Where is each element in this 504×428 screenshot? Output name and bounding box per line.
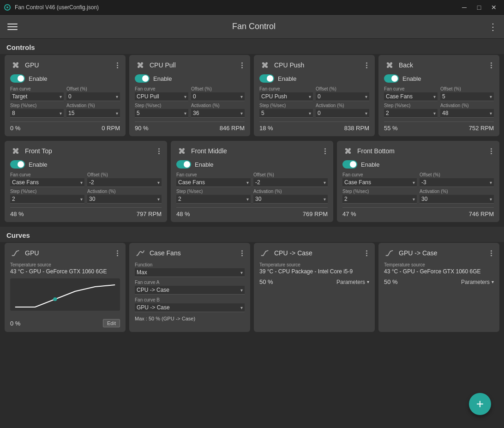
curve-icon xyxy=(384,247,395,259)
card-title: Front Top xyxy=(25,147,52,155)
card-more-dots[interactable] xyxy=(115,61,120,69)
minimize-button[interactable]: ─ xyxy=(458,3,471,12)
rpm-stat: 769 RPM xyxy=(303,211,328,217)
card-more-dots[interactable] xyxy=(240,249,245,257)
card-more-dots[interactable] xyxy=(489,249,494,257)
temp-source-label: Temperature source xyxy=(10,262,120,267)
form-group: Offset (%) 0 ▾ xyxy=(316,86,369,101)
stats-row: 55 % 752 RPM xyxy=(384,121,494,132)
temp-source-value: 43 °C - GPU - GeForce GTX 1060 6GE xyxy=(10,268,120,275)
edit-button[interactable]: Edit xyxy=(103,319,120,327)
curve-chart xyxy=(10,278,120,315)
enable-toggle[interactable] xyxy=(384,74,399,83)
curves-section-header: Curves xyxy=(0,227,504,242)
fan-icon xyxy=(176,145,187,157)
app-icon xyxy=(4,4,11,11)
close-button[interactable]: ✕ xyxy=(487,3,500,12)
enable-toggle[interactable] xyxy=(10,160,25,169)
pct-stat: 18 % xyxy=(259,125,273,132)
curve-card: Case Fans Function Max ▾ Fan curve A CPU… xyxy=(129,243,250,332)
rpm-stat: 752 RPM xyxy=(469,125,494,132)
card-more-dots[interactable] xyxy=(240,61,245,69)
card-header: CPU Pull xyxy=(135,60,245,71)
temp-source-label: Temperature source xyxy=(259,262,369,267)
fan-curve-row: Fan curve Case Fans ▾ Offset (%) -2 ▾ xyxy=(10,172,162,187)
enable-toggle[interactable] xyxy=(10,74,25,83)
control-card: GPU Enable Fan curve Target ▾ Offset (%)… xyxy=(5,55,126,136)
svg-point-1 xyxy=(6,6,8,8)
controls-section-header: Controls xyxy=(0,39,504,54)
rpm-stat: 797 RPM xyxy=(137,211,162,217)
toggle-label: Enable xyxy=(29,161,47,168)
enable-toggle[interactable] xyxy=(259,74,274,83)
control-card: Front Top Enable Fan curve Case Fans ▾ O… xyxy=(5,141,167,222)
enable-toggle[interactable] xyxy=(176,160,191,169)
control-card: Front Bottom Enable Fan curve Case Fans … xyxy=(337,141,499,222)
card-title: GPU -> Case xyxy=(399,249,438,257)
form-group: Offset (%) -2 ▾ xyxy=(253,172,328,187)
toggle-row: Enable xyxy=(342,160,494,169)
parameters-button[interactable]: Parameters ▾ xyxy=(461,279,494,285)
card-title: CPU Pull xyxy=(150,61,176,69)
pct-stat: 55 % xyxy=(384,125,398,132)
stats-row: 48 % 797 RPM xyxy=(10,207,162,217)
fan-curve-row: Fan curve CPU Push ▾ Offset (%) 0 ▾ xyxy=(259,86,369,101)
pct-stat: 48 % xyxy=(10,211,24,217)
toggle-row: Enable xyxy=(135,74,245,83)
card-more-dots[interactable] xyxy=(364,249,369,257)
function-group: Function Max ▾ xyxy=(135,262,245,277)
nav-more-icon[interactable]: ⋮ xyxy=(488,21,498,32)
fan-icon xyxy=(10,60,21,71)
form-group: Offset (%) 0 ▾ xyxy=(66,86,120,101)
card-more-dots[interactable] xyxy=(489,61,494,69)
toggle-label: Enable xyxy=(153,75,172,82)
title-bar-left: Fan Control V46 (userConfig.json) xyxy=(4,4,99,11)
hamburger-menu[interactable] xyxy=(6,22,19,32)
step-row: Step (%/sec) 2 ▾ Activation (%) 48 ▾ xyxy=(384,103,494,118)
parameters-button[interactable]: Parameters ▾ xyxy=(336,279,369,285)
card-header: CPU Push xyxy=(259,60,369,71)
form-group: Activation (%) 0 ▾ xyxy=(316,103,369,118)
card-more-dots[interactable] xyxy=(489,147,494,155)
pct-stat: 90 % xyxy=(135,125,149,132)
form-group: Step (%/sec) 2 ▾ xyxy=(342,189,417,204)
maximize-button[interactable]: □ xyxy=(473,3,486,12)
rpm-stat: 746 RPM xyxy=(469,211,494,217)
card-more-dots[interactable] xyxy=(323,147,328,155)
card-header: Back xyxy=(384,60,494,71)
toggle-row: Enable xyxy=(176,160,328,169)
toggle-label: Enable xyxy=(278,75,296,82)
fan-icon xyxy=(259,60,270,71)
form-group: Activation (%) 15 ▾ xyxy=(66,103,120,118)
form-group: Fan curve Case Fans ▾ xyxy=(10,172,84,187)
step-row: Step (%/sec) 5 ▾ Activation (%) 36 ▾ xyxy=(135,103,245,118)
card-title: CPU -> Case xyxy=(274,249,312,257)
rpm-stat: 0 RPM xyxy=(102,125,120,132)
enable-toggle[interactable] xyxy=(342,160,357,169)
parameters-row: 50 % Parameters ▾ xyxy=(259,278,369,285)
step-row: Step (%/sec) 2 ▾ Activation (%) 30 ▾ xyxy=(342,189,494,204)
stats-row: 47 % 746 RPM xyxy=(342,207,494,217)
toggle-row: Enable xyxy=(10,160,162,169)
card-title: Front Middle xyxy=(191,147,227,155)
card-more-dots[interactable] xyxy=(156,147,162,155)
form-group: Activation (%) 30 ▾ xyxy=(253,189,328,204)
fan-curve-row: Fan curve Case Fans ▾ Offset (%) -3 ▾ xyxy=(342,172,494,187)
form-group: Activation (%) 48 ▾ xyxy=(440,103,494,118)
enable-toggle[interactable] xyxy=(135,74,150,83)
card-more-dots[interactable] xyxy=(364,61,369,69)
add-fab[interactable]: + xyxy=(469,393,491,415)
card-header: Case Fans xyxy=(135,247,245,259)
toggle-row: Enable xyxy=(384,74,494,83)
card-header: Front Top xyxy=(10,145,162,157)
card-title: CPU Push xyxy=(274,61,304,69)
step-row: Step (%/sec) 2 ▾ Activation (%) 30 ▾ xyxy=(10,189,162,204)
form-group: Step (%/sec) 5 ▾ xyxy=(135,103,188,118)
controls-row1: GPU Enable Fan curve Target ▾ Offset (%)… xyxy=(0,55,504,141)
stats-row: 48 % 769 RPM xyxy=(176,207,328,217)
card-title: GPU xyxy=(25,61,39,69)
temp-source-value: 43 °C - GPU - GeForce GTX 1060 6GE xyxy=(384,268,494,275)
card-header: GPU xyxy=(10,247,120,259)
pct-stat: 50 % xyxy=(384,278,398,285)
card-more-dots[interactable] xyxy=(115,249,120,257)
